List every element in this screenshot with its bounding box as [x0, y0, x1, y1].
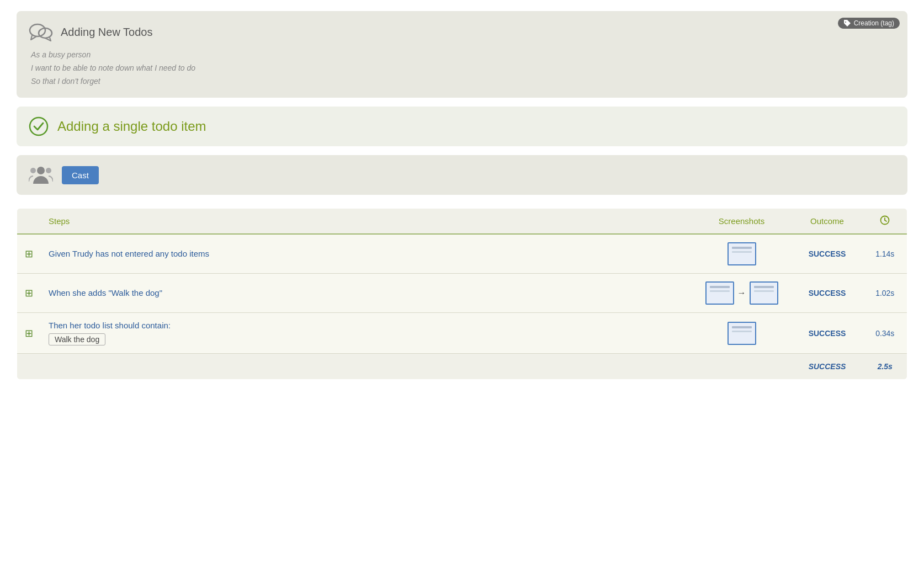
screenshot-thumb-after[interactable] [750, 281, 778, 305]
expand-cell[interactable]: ⊞ [17, 274, 41, 313]
time-value: 1.02s [875, 289, 894, 297]
col-steps-header: Steps [41, 209, 692, 235]
summary-screenshots-cell [692, 354, 792, 380]
tag-label: Creation (tag) [854, 19, 894, 27]
story-line-3: So that I don't forget [31, 75, 895, 88]
step-text-cell: Then her todo list should contain: Walk … [41, 313, 692, 354]
screenshot-thumb-before[interactable] [705, 281, 734, 305]
svg-point-2 [30, 118, 47, 135]
outcome-cell: SUCCESS [792, 274, 863, 313]
table-row: ⊞ Then her todo list should contain: Wal… [17, 313, 907, 354]
col-screenshots-header: Screenshots [692, 209, 792, 235]
summary-outcome: SUCCESS [809, 362, 846, 371]
story-line-2: I want to be able to note down what I ne… [31, 62, 895, 75]
check-circle-icon [29, 116, 49, 136]
expand-icon[interactable]: ⊞ [25, 248, 33, 259]
clock-icon [880, 215, 890, 225]
svg-point-3 [37, 167, 45, 174]
expand-icon[interactable]: ⊞ [25, 288, 33, 299]
scenario-card: Adding a single todo item [17, 107, 907, 146]
table-row: ⊞ Given Trudy has not entered any todo i… [17, 234, 907, 274]
step-text-cell: Given Trudy has not entered any todo ite… [41, 234, 692, 274]
screenshots-cell [692, 313, 792, 354]
story-title: Adding New Todos [61, 26, 152, 39]
summary-outcome-cell: SUCCESS [792, 354, 863, 380]
step-text: When she adds "Walk the dog" [49, 288, 162, 297]
summary-row: SUCCESS 2.5s [17, 354, 907, 380]
screenshots-cell: → [692, 274, 792, 313]
screenshots-cell [692, 234, 792, 274]
chat-icon [29, 21, 53, 43]
scenario-title: Adding a single todo item [57, 119, 206, 134]
time-cell: 0.34s [863, 313, 907, 354]
step-text: Then her todo list should contain: [49, 321, 684, 330]
col-outcome-header: Outcome [792, 209, 863, 235]
story-body: As a busy person I want to be able to no… [29, 49, 895, 88]
col-time-header [863, 209, 907, 235]
arrow-icon: → [737, 288, 746, 298]
summary-text-cell [41, 354, 692, 380]
screenshots-container: → [700, 281, 784, 305]
summary-time: 2.5s [878, 362, 893, 371]
summary-time-cell: 2.5s [863, 354, 907, 380]
screenshots-container [700, 242, 784, 265]
outcome-cell: SUCCESS [792, 234, 863, 274]
svg-line-8 [885, 220, 886, 221]
svg-point-4 [30, 168, 36, 173]
cast-card: Cast [17, 155, 907, 195]
people-icon [29, 165, 53, 185]
expand-icon[interactable]: ⊞ [25, 328, 33, 339]
step-text-cell: When she adds "Walk the dog" [41, 274, 692, 313]
step-text: Given Trudy has not entered any todo ite… [49, 249, 209, 258]
outcome-badge: SUCCESS [809, 289, 846, 297]
screenshot-thumb[interactable] [727, 242, 756, 265]
col-expand-header [17, 209, 41, 235]
story-header: Adding New Todos [29, 21, 895, 43]
time-value: 1.14s [875, 249, 894, 258]
time-cell: 1.14s [863, 234, 907, 274]
story-card: Adding New Todos As a busy person I want… [17, 11, 907, 98]
time-value: 0.34s [875, 329, 894, 338]
summary-expand-cell [17, 354, 41, 380]
outcome-badge: SUCCESS [809, 249, 846, 258]
svg-point-5 [46, 168, 51, 173]
story-line-1: As a busy person [31, 49, 895, 62]
outcome-badge: SUCCESS [809, 329, 846, 338]
cast-button[interactable]: Cast [62, 166, 99, 184]
screenshot-thumb[interactable] [727, 322, 756, 345]
table-header-row: Steps Screenshots Outcome [17, 209, 907, 235]
time-cell: 1.02s [863, 274, 907, 313]
table-row: ⊞ When she adds "Walk the dog" → SUCCESS… [17, 274, 907, 313]
steps-table: Steps Screenshots Outcome ⊞ Given Trudy … [17, 208, 907, 380]
tag-badge: Creation (tag) [838, 18, 900, 29]
screenshots-container [700, 322, 784, 345]
expand-cell[interactable]: ⊞ [17, 234, 41, 274]
outcome-cell: SUCCESS [792, 313, 863, 354]
step-sub-value: Walk the dog [49, 333, 105, 345]
tag-icon [843, 19, 851, 27]
svg-point-0 [30, 24, 45, 36]
expand-cell[interactable]: ⊞ [17, 313, 41, 354]
